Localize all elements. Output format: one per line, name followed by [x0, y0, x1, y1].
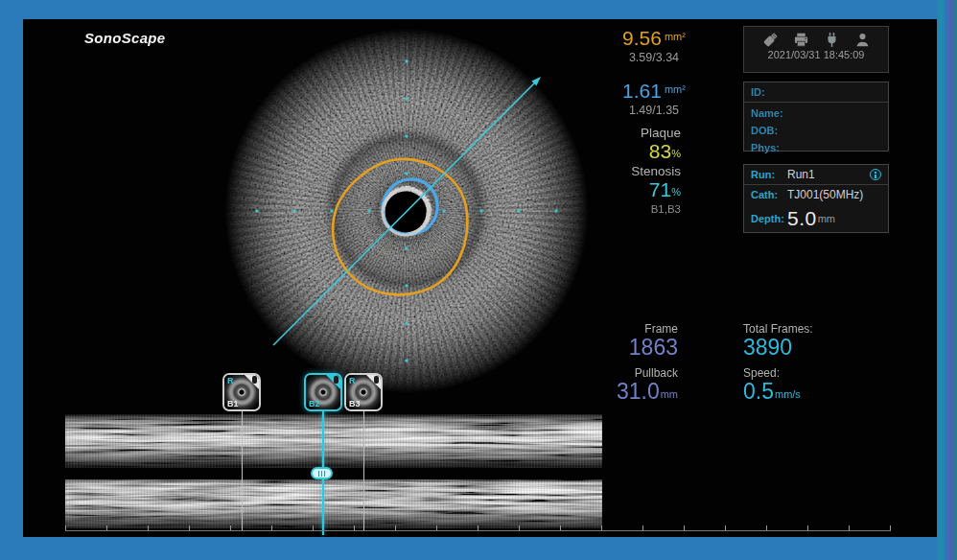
- ruler-tick: [519, 525, 520, 530]
- cath-label: Cath:: [751, 189, 787, 200]
- depth-row: Depth: 5.0 mm: [744, 204, 888, 233]
- longitudinal-view-top[interactable]: [65, 414, 602, 468]
- range-dot: [555, 210, 558, 213]
- speed-unit: mm/s: [775, 388, 801, 400]
- bezel-edge-decoration: [936, 0, 957, 560]
- ruler-tick: [106, 525, 107, 530]
- ruler-tick: [313, 525, 314, 530]
- ruler-tick: [271, 525, 272, 530]
- pullback-ruler: [65, 525, 892, 532]
- bookmark-thumb-b1[interactable]: R B1: [222, 373, 261, 411]
- range-dot: [406, 98, 408, 101]
- user-icon[interactable]: [854, 32, 871, 48]
- bookmark-r-flag: R: [227, 376, 234, 385]
- strip-scanlines: [65, 414, 602, 468]
- screen-bezel: SonoScape: [0, 0, 957, 560]
- ruler-tick: [148, 525, 149, 530]
- ruler-tick: [478, 525, 478, 530]
- stenosis-reference: B1,B3: [589, 203, 719, 215]
- vessel-area-value: 9.56mm²: [589, 27, 719, 50]
- range-dot: [368, 210, 371, 213]
- patient-info-panel: ID: Name: DOB: Phys:: [743, 82, 889, 152]
- plaque-number: 83: [649, 140, 671, 162]
- plaque-unit: %: [671, 148, 681, 159]
- bookmark-flag-icon: [252, 376, 257, 384]
- lumen-area-value: 1.61mm²: [589, 80, 719, 103]
- run-info-icon[interactable]: [870, 169, 881, 180]
- frame-cursor-handle[interactable]: [311, 467, 333, 479]
- speed-value: 0.5mm/s: [743, 379, 897, 405]
- stenosis-label: Stenosis: [589, 164, 719, 178]
- range-dot: [406, 173, 408, 175]
- speed-number: 0.5: [743, 379, 774, 404]
- cath-row: Cath: TJ001(50MHz): [744, 185, 888, 204]
- ruler-baseline: [65, 530, 891, 531]
- bookmark-marker-line-b3: [363, 411, 364, 530]
- ruler-tick: [890, 525, 891, 530]
- usb-icon[interactable]: [762, 32, 779, 48]
- ruler-tick: [230, 525, 231, 530]
- longitudinal-view-bottom[interactable]: [65, 479, 602, 528]
- ruler-tick: [807, 525, 808, 530]
- ruler-tick: [725, 525, 726, 530]
- ruler-tick: [65, 525, 66, 530]
- range-dot: [293, 210, 296, 213]
- ivus-cross-section[interactable]: [224, 29, 589, 393]
- range-dot: [518, 210, 521, 213]
- system-icons-row: [744, 27, 888, 47]
- range-dot: [406, 322, 408, 325]
- bookmark-id: B1: [227, 399, 239, 408]
- cut-plane-line[interactable]: [273, 82, 536, 345]
- ivus-overlay: [224, 29, 589, 393]
- plaque-value: 83%: [589, 140, 719, 163]
- range-dot: [256, 210, 259, 213]
- bookmark-r-flag: R: [349, 376, 356, 385]
- vessel-area-number: 9.56: [622, 27, 662, 49]
- vessel-area-unit: mm²: [665, 31, 686, 42]
- range-dot: [443, 210, 446, 213]
- range-dot: [406, 285, 408, 288]
- measurement-panel: 9.56mm² 3.59/3.34 1.61mm² 1.49/1.35 Plaq…: [589, 27, 719, 247]
- bookmark-id: B2: [309, 399, 320, 408]
- range-dot: [331, 210, 334, 213]
- bookmark-thumb-b2[interactable]: B2: [304, 373, 342, 411]
- cath-value: TJ001(50MHz): [787, 188, 863, 201]
- lumen-area-unit: mm²: [665, 83, 686, 95]
- run-label: Run:: [751, 169, 787, 180]
- ruler-tick: [354, 525, 355, 530]
- ruler-tick: [560, 525, 561, 530]
- depth-label: Depth:: [751, 213, 787, 224]
- bookmark-flag-icon: [334, 376, 338, 384]
- pullback-unit: mm: [661, 388, 678, 400]
- range-dot: [406, 60, 408, 63]
- speed-label: Speed:: [743, 366, 897, 380]
- power-plug-icon[interactable]: [824, 32, 840, 48]
- main-screen: SonoScape: [23, 19, 937, 537]
- run-value[interactable]: Run1: [787, 168, 815, 181]
- range-dot: [406, 135, 408, 138]
- patient-name-label: Name:: [744, 105, 888, 122]
- brand-logo: SonoScape: [84, 30, 165, 46]
- range-dot: [406, 360, 408, 362]
- run-row: Run: Run1: [744, 165, 888, 185]
- total-frames-value: 3890: [743, 335, 897, 361]
- ruler-tick: [436, 525, 437, 530]
- patient-dob-label: DOB:: [744, 122, 888, 139]
- printer-icon[interactable]: [793, 32, 809, 48]
- total-frames-label: Total Frames:: [743, 322, 897, 336]
- ruler-tick: [601, 525, 602, 530]
- bookmark-flag-icon: [374, 376, 379, 384]
- bookmark-id: B3: [349, 399, 361, 408]
- stenosis-number: 71: [649, 178, 671, 200]
- ruler-tick: [849, 525, 850, 530]
- patient-phys-label: Phys:: [744, 139, 888, 156]
- range-dot: [480, 210, 483, 213]
- bookmark-thumb-b3[interactable]: R B3: [344, 373, 383, 411]
- vessel-diameters: 3.59/3.34: [589, 51, 719, 64]
- plaque-label: Plaque: [589, 126, 719, 140]
- stenosis-unit: %: [671, 186, 681, 198]
- ruler-tick: [642, 525, 643, 530]
- ruler-tick: [684, 525, 685, 530]
- depth-value: 5.0: [787, 207, 817, 230]
- system-datetime: 2021/03/31 18:45:09: [744, 49, 888, 60]
